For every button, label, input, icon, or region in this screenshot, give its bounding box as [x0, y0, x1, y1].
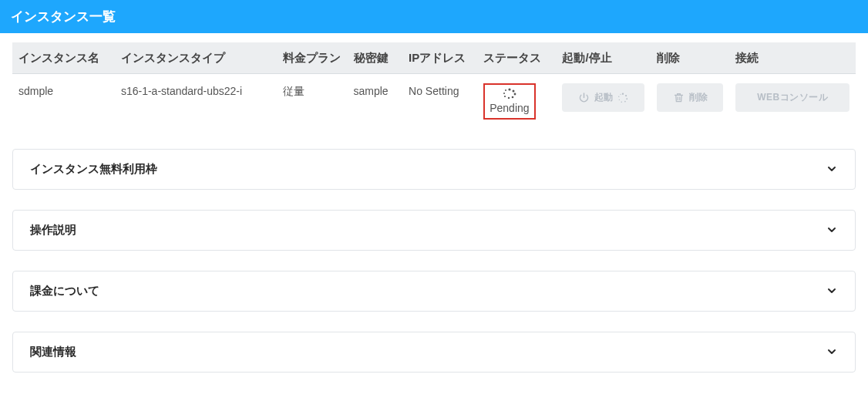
accordion-related: 関連情報 — [12, 332, 856, 373]
svg-point-15 — [621, 94, 621, 95]
svg-point-9 — [625, 95, 627, 96]
col-header-type: インスタンスタイプ — [115, 42, 277, 74]
svg-point-11 — [624, 101, 626, 103]
page-title: インスタンス一覧 — [11, 9, 116, 24]
col-header-key: 秘密鍵 — [348, 42, 403, 74]
accordion-header-billing[interactable]: 課金について — [13, 271, 855, 311]
svg-point-2 — [513, 93, 516, 96]
col-header-delete: 削除 — [651, 42, 729, 74]
col-header-name: インスタンス名 — [12, 42, 115, 74]
cell-instance-name: sdmple — [12, 74, 115, 129]
chevron-down-icon — [826, 285, 838, 297]
power-icon — [578, 92, 590, 103]
accordion-free-tier: インスタンス無料利用枠 — [12, 149, 856, 190]
svg-point-4 — [508, 97, 510, 99]
svg-point-14 — [618, 96, 619, 96]
svg-point-1 — [512, 90, 514, 93]
accordion-title: インスタンス無料利用枠 — [30, 162, 157, 177]
chevron-down-icon — [826, 224, 838, 236]
cell-ip-address: No Setting — [402, 74, 477, 129]
accordion-title: 課金について — [30, 284, 99, 298]
loading-spinner-icon — [501, 88, 518, 99]
svg-point-3 — [512, 96, 514, 99]
page-title-banner: インスタンス一覧 — [0, 0, 868, 33]
svg-point-6 — [503, 93, 505, 94]
col-header-connect: 接続 — [729, 42, 856, 74]
status-badge: Pending — [483, 83, 535, 119]
accordion-title: 操作説明 — [30, 223, 76, 238]
chevron-down-icon — [826, 163, 838, 175]
accordion-header-how-to[interactable]: 操作説明 — [13, 211, 855, 250]
loading-dots-icon — [617, 93, 628, 103]
svg-point-12 — [621, 101, 623, 103]
col-header-startstop: 起動/停止 — [556, 42, 651, 74]
svg-point-10 — [627, 98, 628, 99]
web-console-button[interactable]: WEBコンソール — [735, 83, 849, 112]
cell-instance-type: s16-1-a-standard-ubs22-i — [115, 74, 277, 129]
instance-table: インスタンス名 インスタンスタイプ 料金プラン 秘密鍵 IPアドレス ステータス… — [12, 42, 856, 129]
svg-point-0 — [508, 89, 510, 91]
start-button[interactable]: 起動 — [562, 83, 644, 112]
start-button-label: 起動 — [594, 91, 613, 104]
col-header-plan: 料金プラン — [277, 42, 348, 74]
col-header-status: ステータス — [477, 42, 556, 74]
col-header-ip: IPアドレス — [402, 42, 477, 74]
svg-point-7 — [505, 89, 506, 91]
accordion-title: 関連情報 — [30, 345, 76, 359]
svg-point-5 — [504, 96, 506, 97]
svg-point-13 — [619, 99, 620, 99]
table-header-row: インスタンス名 インスタンスタイプ 料金プラン 秘密鍵 IPアドレス ステータス… — [12, 42, 856, 74]
chevron-down-icon — [826, 346, 838, 358]
delete-button[interactable]: 削除 — [657, 83, 723, 112]
cell-secret-key: sample — [348, 74, 403, 129]
table-row: sdmple s16-1-a-standard-ubs22-i 従量 sampl… — [12, 74, 856, 129]
svg-point-8 — [622, 93, 624, 94]
delete-button-label: 削除 — [689, 91, 708, 104]
cell-plan: 従量 — [277, 74, 348, 129]
accordion-how-to: 操作説明 — [12, 210, 856, 251]
accordion-billing: 課金について — [12, 271, 856, 312]
accordion-header-related[interactable]: 関連情報 — [13, 332, 855, 372]
accordion-header-free-tier[interactable]: インスタンス無料利用枠 — [13, 150, 855, 189]
status-text: Pending — [490, 102, 529, 114]
web-console-label: WEBコンソール — [757, 91, 828, 104]
trash-icon — [673, 92, 685, 103]
